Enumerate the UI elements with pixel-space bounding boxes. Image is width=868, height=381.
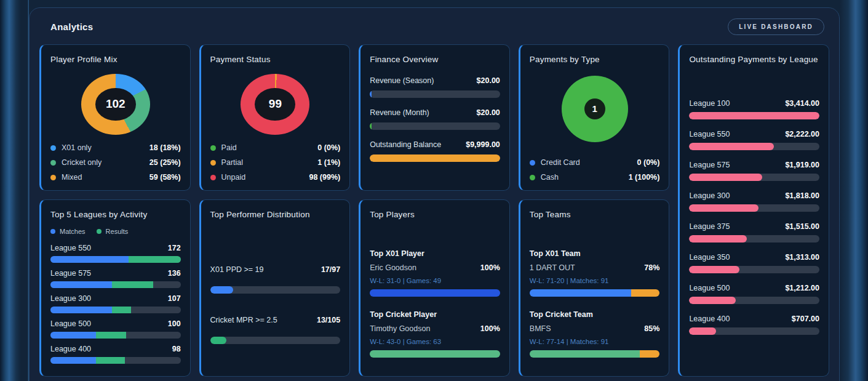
progress-track <box>370 90 500 98</box>
league-amount: $1,919.00 <box>785 161 819 169</box>
league-label: League 300 <box>689 191 730 200</box>
dashboard-grid: Player Profile Mix 102 X01 only 18 (18%)… <box>30 43 839 381</box>
metric-value: 13/105 <box>317 316 340 324</box>
section-heading: Top X01 Team <box>530 249 660 258</box>
finance-value: $9,999.00 <box>466 140 500 149</box>
performer-row: Cricket MPR >= 2.5 13/105 <box>210 316 341 344</box>
league-payment-row: League 400 $707.00 <box>689 315 819 335</box>
live-dashboard-badge[interactable]: LIVE DASHBOARD <box>728 18 824 35</box>
activity-total: 107 <box>168 294 181 303</box>
stacked-bar <box>50 307 181 313</box>
activity-row: League 550 172 <box>50 244 181 263</box>
legend-item: Cash 1 (100%) <box>530 173 660 182</box>
card-title: Top Players <box>370 209 500 221</box>
panel-header: Analytics LIVE DASHBOARD <box>30 8 839 43</box>
stacked-bar <box>50 256 181 263</box>
card-title: Outstanding Payments by League <box>689 54 819 66</box>
progress-track <box>689 266 819 273</box>
progress-fill <box>689 235 747 243</box>
progress-track <box>210 337 341 344</box>
legend-dot <box>50 145 56 151</box>
finance-row: Revenue (Month) $20.00 <box>370 108 500 130</box>
progress-track <box>370 154 500 162</box>
payment-status-donut-chart: 99 <box>241 74 309 135</box>
progress-track <box>689 327 819 335</box>
metric-label: Cricket MPR >= 2.5 <box>210 316 277 324</box>
legend-value: 0 (0%) <box>317 143 340 152</box>
stacked-bar <box>370 289 500 297</box>
legend-dot <box>97 229 102 234</box>
progress-fill <box>370 90 372 98</box>
league-payment-row: League 375 $1,515.00 <box>689 222 819 243</box>
player-record: W-L: 43-0 | Games: 63 <box>370 338 500 345</box>
win-percentage: 100% <box>480 324 500 333</box>
progress-track <box>689 235 819 243</box>
league-label: League 575 <box>689 161 730 169</box>
stacked-bar <box>530 350 660 358</box>
legend-label: Cricket only <box>62 158 102 167</box>
card-payment-status: Payment Status 99 Paid 0 (0%) Partial 1 … <box>199 44 351 191</box>
stacked-bar <box>50 357 181 364</box>
progress-fill <box>689 204 759 212</box>
page-title: Analytics <box>50 22 93 32</box>
legend-item: Partial 1 (1%) <box>210 158 341 167</box>
top-x01-team-section: Top X01 Team 1 DART OUT 78% W-L: 71-20 |… <box>530 249 660 297</box>
payments-type-pie-chart: 1 <box>562 76 628 142</box>
legend-value: 0 (0%) <box>637 158 660 167</box>
stacked-bar <box>370 350 500 358</box>
league-payment-row: League 300 $1,818.00 <box>689 191 819 212</box>
activity-total: 100 <box>168 319 181 328</box>
legend-item: X01 only 18 (18%) <box>50 143 181 152</box>
card-outstanding-payments-by-league: Outstanding Payments by League League 10… <box>678 44 829 377</box>
legend-value: 98 (99%) <box>309 173 340 182</box>
card-finance-overview: Finance Overview Revenue (Season) $20.00… <box>359 44 510 191</box>
league-label: League 350 <box>689 253 730 262</box>
league-label: League 100 <box>689 99 730 108</box>
progress-fill <box>689 327 716 335</box>
legend-dot <box>50 175 56 180</box>
legend-item: Cricket only 25 (25%) <box>50 158 181 167</box>
card-title: Payments by Type <box>530 54 660 66</box>
legend-dot <box>50 160 56 166</box>
league-label: League 550 <box>689 130 730 138</box>
player-profile-donut-chart: 102 <box>81 74 150 135</box>
legend-label: Matches <box>60 228 86 235</box>
progress-track <box>689 112 819 119</box>
legend-item: Mixed 59 (58%) <box>50 173 181 182</box>
finance-value: $20.00 <box>477 108 500 117</box>
legend-label: X01 only <box>62 143 92 152</box>
donut-center-total: 102 <box>106 97 125 111</box>
activity-total: 172 <box>168 244 181 252</box>
team-name: BMFS <box>530 324 551 333</box>
progress-fill <box>370 154 500 162</box>
league-amount: $707.00 <box>792 315 819 323</box>
activity-row: League 300 107 <box>50 294 181 313</box>
legend-label: Results <box>106 228 129 235</box>
activity-row: League 500 100 <box>50 319 181 339</box>
activity-row: League 575 136 <box>50 269 181 288</box>
section-heading: Top X01 Player <box>370 249 500 258</box>
league-label: League 400 <box>50 345 91 353</box>
league-label: League 550 <box>50 244 91 252</box>
legend-dot <box>210 160 216 166</box>
stacked-bar <box>50 332 181 339</box>
progress-track <box>689 174 819 181</box>
stacked-bar-legend: Matches Results <box>50 228 181 235</box>
finance-label: Revenue (Season) <box>370 76 434 85</box>
league-payment-row: League 550 $2,222.00 <box>689 130 819 150</box>
progress-fill <box>370 122 372 130</box>
league-label: League 575 <box>50 269 91 278</box>
legend-value: 18 (18%) <box>149 143 181 152</box>
player-name: Timothy Goodson <box>370 324 430 333</box>
card-title: Player Profile Mix <box>50 54 181 66</box>
legend-label: Mixed <box>62 173 82 182</box>
analytics-panel: Analytics LIVE DASHBOARD Player Profile … <box>29 7 840 381</box>
league-label: League 500 <box>50 319 91 328</box>
card-player-profile-mix: Player Profile Mix 102 X01 only 18 (18%)… <box>39 44 191 191</box>
legend: Credit Card 0 (0%) Cash 1 (100%) <box>530 152 660 182</box>
progress-track <box>370 122 500 130</box>
legend-dot <box>50 229 55 234</box>
card-top-leagues-by-activity: Top 5 Leagues by Activity Matches Result… <box>39 199 191 377</box>
card-top-players: Top Players Top X01 Player Eric Goodson … <box>359 199 510 377</box>
finance-row: Outstanding Balance $9,999.00 <box>370 140 500 162</box>
